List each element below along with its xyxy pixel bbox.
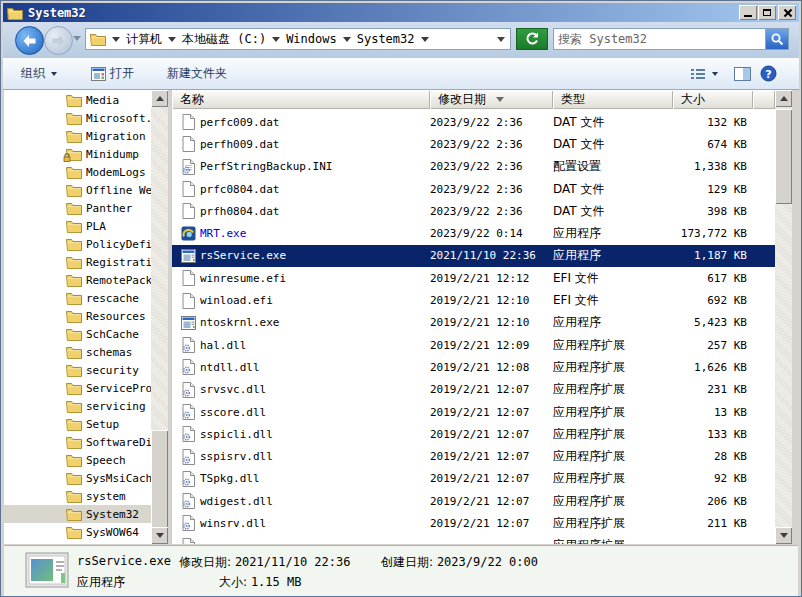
file-row[interactable]: ntoskrnl.exe 2019/2/21 12:10 应用程序 5,423 … bbox=[172, 312, 775, 334]
breadcrumb-item[interactable]: System32 bbox=[357, 32, 415, 46]
sidebar-folder[interactable]: Panther bbox=[4, 199, 151, 217]
maximize-button[interactable] bbox=[758, 5, 776, 20]
sidebar-scrollbar[interactable] bbox=[151, 90, 168, 544]
sidebar-folder[interactable]: Registrati bbox=[4, 253, 151, 271]
file-date: 2023/9/22 2:36 bbox=[430, 205, 553, 218]
file-row[interactable]: sscore.dll 2019/2/21 12:07 应用程序扩展 13 KB bbox=[172, 401, 775, 423]
search-box[interactable] bbox=[553, 28, 789, 50]
sidebar-folder[interactable]: Media bbox=[4, 91, 151, 109]
file-row[interactable]: srvsvc.dll 2019/2/21 12:07 应用程序扩展 231 KB bbox=[172, 379, 775, 401]
file-row[interactable]: prfc0804.dat 2023/9/22 2:36 DAT 文件 129 K… bbox=[172, 178, 775, 200]
sidebar-folder[interactable]: PolicyDefi bbox=[4, 235, 151, 253]
search-input[interactable] bbox=[554, 30, 765, 48]
minimize-button[interactable] bbox=[739, 5, 757, 20]
breadcrumb-item[interactable]: Windows bbox=[286, 32, 337, 46]
sidebar-folder[interactable]: Microsoft. bbox=[4, 109, 151, 127]
file-row[interactable]: wdigest.dll 2019/2/21 12:07 应用程序扩展 206 K… bbox=[172, 490, 775, 512]
scroll-down-icon[interactable] bbox=[775, 527, 792, 544]
sidebar-folder[interactable]: Resources bbox=[4, 307, 151, 325]
views-button[interactable] bbox=[687, 63, 721, 84]
file-type: DAT 文件 bbox=[553, 114, 673, 131]
sidebar-folder[interactable]: system bbox=[4, 487, 151, 505]
sidebar-folder[interactable]: security bbox=[4, 361, 151, 379]
organize-button[interactable]: 组织 bbox=[15, 63, 63, 84]
folder-icon bbox=[66, 183, 82, 197]
open-button[interactable]: 打开 bbox=[85, 63, 140, 84]
file-name: ntdll.dll bbox=[200, 361, 260, 374]
file-row[interactable]: winload.efi 2019/2/21 12:10 EFI 文件 692 K… bbox=[172, 289, 775, 311]
address-box[interactable]: 计算机本地磁盘 (C:)WindowsSystem32 bbox=[85, 28, 511, 50]
file-size: 173,772 KB bbox=[673, 227, 753, 240]
list-scrollbar[interactable] bbox=[775, 90, 792, 544]
sidebar-folder[interactable]: SchCache bbox=[4, 325, 151, 343]
sidebar-folder[interactable]: Speech bbox=[4, 451, 151, 469]
nav-history-dropdown-icon[interactable] bbox=[73, 36, 81, 41]
file-row[interactable]: MRT.exe 2023/9/22 0:14 应用程序 173,772 KB bbox=[172, 222, 775, 244]
file-type: 应用程序扩展 bbox=[553, 448, 673, 465]
sidebar-folder[interactable]: SoftwareDi bbox=[4, 433, 151, 451]
sort-arrow-icon bbox=[496, 97, 504, 102]
sidebar-folder[interactable]: SysWOW64 bbox=[4, 523, 151, 541]
file-date: 2023/9/22 2:36 bbox=[430, 116, 553, 129]
sidebar-folder[interactable]: Migration bbox=[4, 127, 151, 145]
column-header-type[interactable]: 类型 bbox=[553, 90, 673, 109]
back-arrow-icon bbox=[22, 34, 37, 48]
sidebar-folder[interactable]: RemotePack bbox=[4, 271, 151, 289]
scroll-up-icon[interactable] bbox=[151, 90, 168, 107]
back-button[interactable] bbox=[15, 26, 44, 55]
scroll-up-icon[interactable] bbox=[775, 90, 792, 107]
file-row[interactable]: perfh009.dat 2023/9/22 2:36 DAT 文件 674 K… bbox=[172, 133, 775, 155]
file-row[interactable]: winresume.efi 2019/2/21 12:12 EFI 文件 617… bbox=[172, 267, 775, 289]
breadcrumb-item[interactable]: 本地磁盘 (C:) bbox=[182, 31, 266, 48]
details-size: 大小: 1.15 MB bbox=[219, 574, 301, 591]
column-header-name[interactable]: 名称 bbox=[172, 90, 430, 109]
folder-icon bbox=[66, 363, 82, 377]
sidebar-folder[interactable]: PLA bbox=[4, 217, 151, 235]
file-row[interactable]: sspisrv.dll 2019/2/21 12:07 应用程序扩展 28 KB bbox=[172, 445, 775, 467]
sidebar-folder[interactable]: Setup bbox=[4, 415, 151, 433]
sidebar-folder[interactable]: servicing bbox=[4, 397, 151, 415]
scroll-down-icon[interactable] bbox=[151, 527, 168, 544]
file-row[interactable]: sspicli.dll 2019/2/21 12:07 应用程序扩展 133 K… bbox=[172, 423, 775, 445]
close-button[interactable] bbox=[778, 5, 796, 20]
sidebar-folder[interactable] bbox=[4, 541, 151, 544]
file-name: wdigest.dll bbox=[200, 495, 273, 508]
help-button[interactable]: ? bbox=[757, 63, 780, 84]
file-row[interactable]: 应用程序扩展 bbox=[172, 535, 775, 544]
breadcrumb-item[interactable]: 计算机 bbox=[126, 31, 162, 48]
sidebar-folder-label: SysWOW64 bbox=[86, 526, 139, 539]
sidebar-folder[interactable]: rescache bbox=[4, 289, 151, 307]
file-row[interactable]: prfh0804.dat 2023/9/22 2:36 DAT 文件 398 K… bbox=[172, 200, 775, 222]
sidebar-folder[interactable]: ModemLogs bbox=[4, 163, 151, 181]
folder-icon bbox=[66, 165, 82, 179]
file-row[interactable]: winsrv.dll 2019/2/21 12:07 应用程序扩展 211 KB bbox=[172, 512, 775, 534]
sidebar-folder[interactable]: Offline We bbox=[4, 181, 151, 199]
folder-icon bbox=[90, 32, 106, 46]
file-row[interactable]: perfc009.dat 2023/9/22 2:36 DAT 文件 132 K… bbox=[172, 111, 775, 133]
sidebar-folder[interactable]: Minidump bbox=[4, 145, 151, 163]
file-row[interactable]: TSpkg.dll 2019/2/21 12:07 应用程序扩展 92 KB bbox=[172, 468, 775, 490]
address-dropdown-icon[interactable] bbox=[497, 37, 505, 42]
sidebar-folder[interactable]: System32 bbox=[4, 505, 151, 523]
file-row[interactable]: PerfStringBackup.INI 2023/9/22 2:36 配置设置… bbox=[172, 156, 775, 178]
folder-icon bbox=[66, 453, 82, 467]
new-folder-button[interactable]: 新建文件夹 bbox=[161, 63, 233, 84]
file-name: ntoskrnl.exe bbox=[200, 316, 279, 329]
sidebar-folder[interactable]: ServicePro bbox=[4, 379, 151, 397]
file-row[interactable]: hal.dll 2019/2/21 12:09 应用程序扩展 257 KB bbox=[172, 334, 775, 356]
refresh-button[interactable] bbox=[516, 28, 548, 50]
file-name: MRT.exe bbox=[200, 227, 246, 240]
sidebar-folder[interactable]: schemas bbox=[4, 343, 151, 361]
search-icon[interactable] bbox=[765, 29, 788, 49]
column-header-date[interactable]: 修改日期 bbox=[430, 90, 553, 109]
title-bar[interactable]: System32 bbox=[3, 3, 799, 22]
file-size: 1,626 KB bbox=[673, 361, 753, 374]
forward-button[interactable] bbox=[44, 26, 73, 55]
file-type: EFI 文件 bbox=[553, 292, 673, 309]
column-header-size[interactable]: 大小 bbox=[673, 90, 753, 109]
file-row[interactable]: rsService.exe 2021/11/10 22:36 应用程序 1,18… bbox=[172, 245, 775, 267]
preview-pane-button[interactable] bbox=[731, 63, 754, 84]
file-row[interactable]: ntdll.dll 2019/2/21 12:08 应用程序扩展 1,626 K… bbox=[172, 356, 775, 378]
sidebar-folder[interactable]: SysMsiCach bbox=[4, 469, 151, 487]
scrollbar-thumb[interactable] bbox=[775, 109, 792, 204]
